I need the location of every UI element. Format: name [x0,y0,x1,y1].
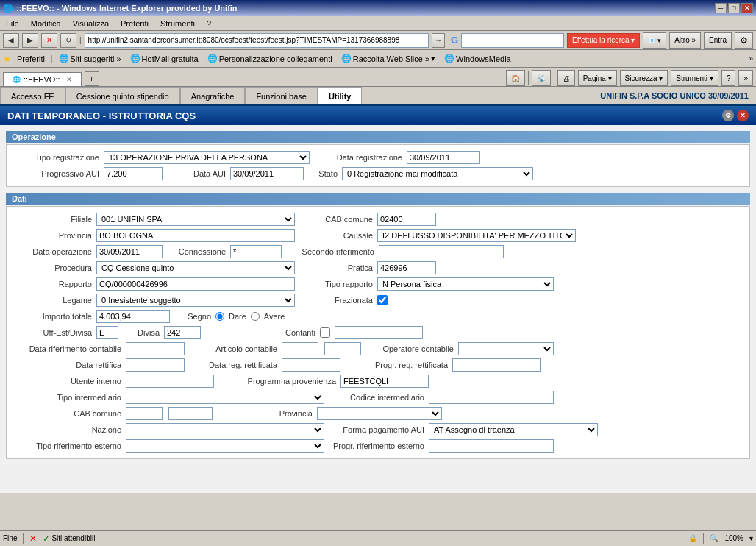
data-reg-rettificata-input[interactable] [282,358,340,372]
menu-modifica[interactable]: Modifica [28,18,64,29]
tab-funzioni-base[interactable]: Funzioni base [245,87,318,104]
causale-select[interactable]: I2 DEFLUSSO DISPONIBILITA' PER MEZZO TIT… [377,229,576,242]
provincia-input[interactable] [96,229,295,242]
pratica-input[interactable] [377,261,436,274]
zoom-arrow[interactable]: ▾ [749,534,753,542]
fav-raccolta[interactable]: 🌐 Raccolta Web Slice » ▾ [338,52,438,65]
tipo-registrazione-select[interactable]: 13 OPERAZIONE PRIVA DELLA PERSONA [104,151,310,164]
segno-dare-radio[interactable] [215,312,224,321]
procedura-select[interactable]: CQ Cessione quinto [96,261,295,274]
altro-button[interactable]: Altro » [669,32,701,49]
minimize-button[interactable]: ─ [715,3,727,13]
ie-tab-close[interactable]: ✕ [66,76,72,83]
forma-pagamento-aui-select[interactable]: AT Assegno di traenza [429,423,598,436]
uff-est-input[interactable] [96,326,118,339]
search-button[interactable]: Effettua la ricerca ▾ [567,33,640,48]
codice-intermediario-input[interactable] [429,391,554,404]
tab-utility[interactable]: Utility [318,87,363,104]
tab-accesso-fe[interactable]: Accesso FE [0,87,65,104]
secondo-riferimento-input[interactable] [379,245,504,258]
programma-provenienza-input[interactable] [340,375,429,388]
cab-comune2-input2[interactable] [168,407,213,420]
progressivo-aui-input[interactable] [104,167,163,180]
fav-personalizzazione-label: Personalizzazione collegamenti [219,54,332,63]
cab-comune2-label: CAB comune [11,409,121,418]
settings-button[interactable]: ⚙ [735,32,753,49]
forward-button[interactable]: ▶ [22,33,38,48]
fav-preferiti[interactable]: Preferiti [14,53,48,65]
cab-comune2-input[interactable] [126,407,163,420]
fav-siti[interactable]: 🌐 Siti suggeriti » [56,52,124,65]
close-circle-icon[interactable]: ✕ [737,110,749,121]
refresh-button[interactable]: ↻ [60,33,76,48]
new-tab-button[interactable]: + [85,71,99,86]
operatore-contabile-select[interactable] [458,342,554,355]
close-button[interactable]: ✕ [741,3,753,13]
utente-interno-input[interactable] [126,375,214,388]
fav-windows-media[interactable]: 🌐 WindowsMedia [441,52,514,65]
data-operazione-input[interactable] [96,245,163,258]
live-button[interactable]: 📧 ▾ [643,32,667,49]
fav-ie-icon4: 🌐 [341,54,352,63]
google-search-input[interactable] [461,33,564,48]
tipo-intermediario-select[interactable] [126,391,324,404]
filiale-select[interactable]: 001 UNIFIN SPA [96,213,295,226]
legame-select[interactable]: 0 Inesistente soggetto [96,294,295,307]
stato-select[interactable]: 0 Registrazione mai modificata [342,167,533,180]
progr-rif-esterno-input[interactable] [429,439,554,453]
cab-comune-input[interactable] [377,213,436,226]
settings-circle-icon[interactable]: ⚙ [722,110,734,121]
home-button[interactable]: 🏠 [506,70,525,86]
contanti-checkbox[interactable] [320,327,330,338]
rapporto-input[interactable] [96,277,295,291]
fav-hotmail[interactable]: 🌐 HotMail gratuita [127,52,202,65]
data-rif-contabile-input[interactable] [126,342,185,355]
tab-anagrafiche[interactable]: Anagrafiche [180,87,246,104]
go-button[interactable]: → [432,33,445,48]
menu-help[interactable]: ? [204,18,214,29]
fav-raccolta-arrow[interactable]: ▾ [431,54,435,63]
articolo-contabile-input[interactable] [282,342,318,355]
address-input[interactable] [85,33,429,48]
frazionata-checkbox[interactable] [377,295,388,305]
search-dropdown-icon[interactable]: ▾ [631,36,635,44]
menu-visualizza[interactable]: Visualizza [70,18,112,29]
stop-button[interactable]: ✕ [41,33,57,48]
tipo-rif-esterno-select[interactable] [126,439,324,453]
back-button[interactable]: ◀ [3,33,19,48]
data-aui-input[interactable] [230,167,304,180]
divisa-input[interactable] [164,326,201,339]
expand-button[interactable]: » [738,70,753,86]
help-button[interactable]: ? [721,70,736,86]
entra-button[interactable]: Entra [704,32,732,49]
tipo-rapporto-select[interactable]: N Persona fisica [377,277,554,291]
importo-totale-input[interactable] [96,310,170,323]
page-menu-button[interactable]: Pagina ▾ [578,70,617,86]
zoom-level: 100% [724,534,743,542]
tab-cessione-quinto[interactable]: Cessione quinto stipendio [65,87,180,104]
addressbar: ◀ ▶ ✕ ↻ | → G Effettua la ricerca ▾ 📧 ▾ … [0,31,756,50]
contanti-input[interactable] [335,326,423,339]
progr-reg-rettificata-input[interactable] [452,358,541,372]
articolo-contabile-input2[interactable] [324,342,361,355]
provincia2-select[interactable] [317,407,442,420]
fav-personalizzazione[interactable]: 🌐 Personalizzazione collegamenti [204,52,335,65]
print-button[interactable]: 🖨 [557,70,575,86]
segno-avere-radio[interactable] [251,312,260,321]
maximize-button[interactable]: □ [728,3,740,13]
menu-strumenti[interactable]: Strumenti [157,18,198,29]
security-menu-button[interactable]: Sicurezza ▾ [620,70,668,86]
causale-label: Causale [299,231,373,240]
nazione-select[interactable] [126,423,324,436]
ie-tab-feevo[interactable]: 🌐 ::FEEVO:: ✕ [3,72,82,86]
menu-preferiti[interactable]: Preferiti [118,18,151,29]
tools-menu-button[interactable]: Strumenti ▾ [671,70,718,86]
data-registrazione-input[interactable] [407,151,480,164]
stato-label: Stato [308,169,338,178]
menu-file[interactable]: File [3,18,22,29]
data-rettifica-input[interactable] [126,358,185,372]
rettifica-row: Data rettifica Data reg. rettificata Pro… [11,357,745,373]
feeds-button[interactable]: 📡 [532,70,551,86]
favbar-more[interactable]: » [749,54,753,63]
connessione-input[interactable] [230,245,282,258]
